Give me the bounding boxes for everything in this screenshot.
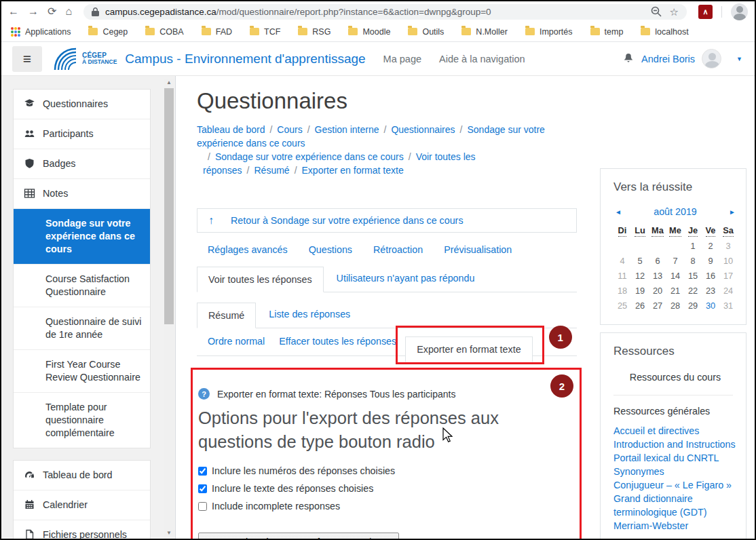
calendar-next-icon[interactable]: ► (729, 208, 736, 216)
tab-link[interactable]: Rétroaction (373, 244, 423, 255)
calendar-day-cell (631, 241, 649, 252)
url-path: /mod/questionnaire/report.php?instance=6… (216, 7, 491, 17)
bookmark-star-icon[interactable]: ☆ (670, 7, 679, 17)
breadcrumb-token: / (404, 151, 416, 162)
sidebar-item-notes[interactable]: Notes (14, 178, 150, 208)
nav-aide-navigation[interactable]: Aide à la navigation (439, 54, 525, 64)
bookmark-folder[interactable]: Moodle (348, 27, 390, 37)
breadcrumb-token[interactable]: Exporter en format texte (302, 165, 404, 176)
bookmark-folder[interactable]: localhost (641, 27, 688, 37)
breadcrumb-token: / (455, 124, 468, 135)
help-icon[interactable]: ? (198, 388, 210, 400)
breadcrumb-token: / (203, 151, 215, 162)
export-csv-button[interactable]: Exporter les réponses en format texte/CS… (198, 533, 399, 540)
browser-profile-avatar[interactable] (731, 3, 748, 20)
export-option-checkbox[interactable] (198, 484, 207, 493)
sidebar-item-fichiers-personnels[interactable]: Fichiers personnels (14, 520, 150, 539)
breadcrumb-token: / (242, 165, 254, 176)
export-help-text: Exporter en format texte: Réponses Tous … (217, 389, 455, 400)
user-menu-caret-icon[interactable]: ▼ (736, 56, 742, 62)
tab-link[interactable]: Réglages avancés (208, 244, 288, 255)
adobe-extension-icon[interactable]: ∧ (698, 5, 713, 19)
calendar-day-cell[interactable]: 30 (702, 301, 719, 312)
scroll-up-icon[interactable]: ▲ (164, 79, 174, 87)
tab-exporter-format-texte-active[interactable]: Exporter en format texte (405, 336, 532, 362)
bookmark-folder[interactable]: Cegep (88, 27, 128, 37)
scroll-down-icon[interactable]: ▼ (164, 529, 174, 537)
resource-link[interactable]: Accueil et directives (613, 424, 737, 438)
cegep-a-distance-logo[interactable]: CÉGEP À DISTANCE (54, 47, 117, 71)
browser-window: ← → ⟳ ⌂ campus.cegepadistance.ca/mod/que… (0, 0, 756, 540)
tab-link[interactable]: Ordre normal (208, 336, 265, 347)
back-to-course-link[interactable]: Retour à Sondage sur votre expérience da… (231, 215, 464, 226)
sidebar-item-participants[interactable]: Participants (14, 119, 150, 149)
toolbar-divider (721, 6, 722, 18)
graduation-cap-icon (24, 98, 35, 109)
address-bar[interactable]: campus.cegepadistance.ca/mod/questionnai… (83, 4, 687, 20)
bookmark-folder[interactable]: N.Moller (461, 27, 508, 37)
site-title[interactable]: Campus - Environnement d'apprentissage (125, 52, 365, 66)
calendar-day-cell: 31 (719, 301, 737, 312)
bookmark-folder[interactable]: temp (590, 27, 624, 37)
calendar-month-label: août 2019 (654, 206, 697, 217)
breadcrumb-token[interactable]: Cours (277, 124, 302, 135)
nav-ma-page[interactable]: Ma page (383, 54, 421, 64)
site-header: ≡ CÉGEP À DISTANCE Campus - Environnemen… (1, 42, 755, 76)
calendar-prev-icon[interactable]: ◄ (615, 208, 622, 216)
breadcrumb-token[interactable]: Questionnaires (391, 124, 455, 135)
sidebar-item-template-questionnaire[interactable]: Template pour questionnaire complémentai… (14, 392, 150, 448)
tab-resume-active[interactable]: Résumé (197, 303, 256, 328)
resource-link[interactable]: Merriam-Webster (613, 519, 737, 533)
resource-link[interactable]: Grand dictionnaire terminologique (GDT) (613, 492, 737, 519)
bookmark-folder[interactable]: TCF (250, 27, 280, 37)
home-icon[interactable]: ⌂ (65, 6, 72, 17)
breadcrumb-token[interactable]: Résumé (254, 165, 289, 176)
sidebar-scrollbar[interactable]: ▲ ▼ (164, 79, 174, 539)
bookmark-folder[interactable]: RSG (298, 27, 330, 37)
folder-icon (641, 28, 650, 35)
bookmark-folder[interactable]: COBA (145, 27, 183, 37)
reload-icon[interactable]: ⟳ (48, 6, 56, 17)
tab-voir-toutes-les-reponses-active[interactable]: Voir toutes les réponses (197, 267, 324, 292)
export-option-checkbox[interactable] (198, 502, 207, 511)
scrollbar-thumb[interactable] (164, 88, 174, 324)
resource-link[interactable]: Conjugueur – « Le Figaro » (613, 478, 737, 492)
resource-link[interactable]: Portail lexical du CNRTL (613, 451, 737, 465)
user-name[interactable]: Andrei Boris (641, 54, 695, 64)
back-to-course-box: ↑ Retour à Sondage sur votre expérience … (197, 208, 577, 233)
calendar-day-cell (666, 241, 684, 252)
sidebar-item-calendrier[interactable]: Calendrier (14, 490, 150, 520)
bookmark-folder[interactable]: Outils (408, 27, 444, 37)
bookmark-folder[interactable]: FAD (202, 27, 232, 37)
sidebar-item-questionnaires[interactable]: Questionnaires (14, 90, 150, 119)
tabs-row-export: Ordre normalEffacer toutes les réponses … (197, 336, 577, 356)
zoom-out-icon[interactable] (651, 6, 662, 17)
notification-bell-icon[interactable] (622, 52, 635, 65)
sidebar-item-sondage-active[interactable]: Sondage sur votre expérience dans ce cou… (14, 208, 150, 264)
export-option-checkbox[interactable] (198, 467, 207, 476)
sidebar-item-badges[interactable]: Badges (14, 149, 150, 178)
resources-du-cours-link[interactable]: Ressources du cours (613, 372, 737, 383)
sidebar-item-first-year-review[interactable]: First Year Course Review Questionnaire (14, 349, 150, 392)
tab-link[interactable]: Effacer toutes les réponses (279, 336, 396, 347)
user-avatar[interactable] (702, 49, 721, 69)
back-icon[interactable]: ← (8, 6, 19, 17)
sidebar-item-course-satisfaction[interactable]: Course Satisfaction Questionnaire (14, 264, 150, 307)
sidebar-item-tableau-de-bord[interactable]: Tableau de bord (14, 461, 150, 490)
tab-link[interactable]: Prévisualisation (444, 244, 512, 255)
breadcrumb-token[interactable]: Sondage sur votre expérience dans ce cou… (215, 151, 404, 162)
sidebar-item-questionnaire-suivi[interactable]: Questionnaire de suivi de 1re année (14, 307, 150, 349)
bookmark-folder[interactable]: Importés (525, 27, 573, 37)
breadcrumb-token[interactable]: Gestion interne (315, 124, 379, 135)
export-option-label: Include incomplete responses (212, 501, 340, 512)
tab-liste-des-reponses[interactable]: Liste des réponses (256, 309, 350, 328)
forward-icon[interactable]: → (28, 6, 39, 17)
resource-link[interactable]: Introduction and Instructions (613, 438, 737, 451)
tab-utilisateurs-non-repondu[interactable]: Utilisateurs n'ayant pas répondu (324, 273, 475, 292)
folder-icon (250, 28, 259, 35)
hamburger-menu-button[interactable]: ≡ (12, 46, 42, 72)
breadcrumb-token[interactable]: Tableau de bord (197, 124, 265, 135)
resource-link[interactable]: Synonymes (613, 465, 737, 478)
apps-shortcut[interactable]: Applications (11, 27, 71, 37)
tab-link[interactable]: Questions (309, 244, 352, 255)
